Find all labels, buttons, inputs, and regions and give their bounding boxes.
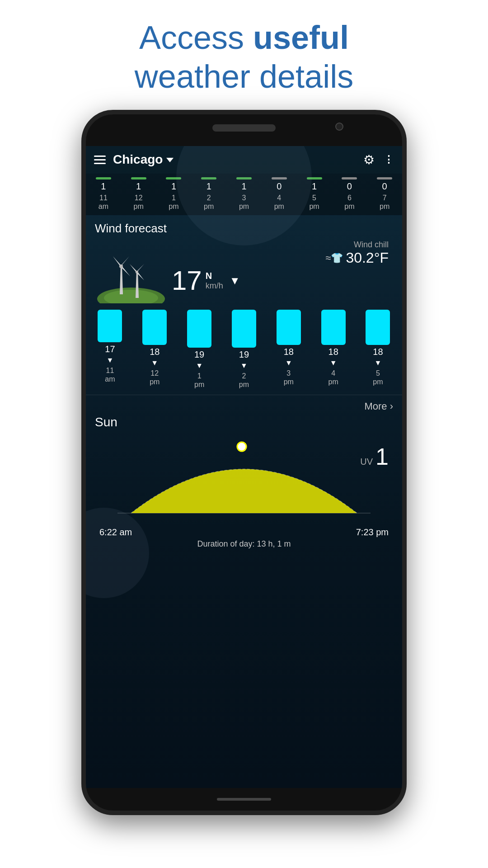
precip-bar (272, 177, 287, 179)
page-header: Access useful weather details (135, 18, 353, 96)
hourly-item: 15 pm (297, 177, 332, 211)
phone-top-bezel (86, 114, 402, 146)
uv-index-block: UV 1 (360, 443, 389, 470)
wind-bars-section: 17▼11 am18▼12 pm19▼1 pm19▼2 pm18▼3 pm18▼… (86, 310, 402, 389)
windmill-svg (95, 240, 167, 303)
sun-section: More › Sun UV 1 (86, 401, 402, 538)
hamburger-line (94, 163, 106, 164)
wind-bar-item: 18▼12 pm (142, 310, 167, 389)
hour-label: 7 pm (380, 193, 389, 211)
hour-label: 4 pm (274, 193, 284, 211)
wind-bar (187, 310, 211, 348)
wind-direction-arrow: ▼ (330, 359, 337, 367)
wind-bar-item: 17▼11 am (98, 310, 122, 389)
uv-value: 1 (375, 443, 389, 470)
wind-time-label: 11 am (105, 366, 115, 383)
wind-bar-items: 17▼11 am18▼12 pm19▼1 pm19▼2 pm18▼3 pm18▼… (88, 310, 400, 389)
precip-bar (307, 177, 322, 179)
wind-bar-item: 19▼1 pm (187, 310, 211, 389)
svg-marker-2 (120, 265, 123, 294)
hour-label: 5 pm (309, 193, 319, 211)
wind-direction-arrow: ▼ (285, 359, 292, 367)
precip-bar (236, 177, 252, 179)
hourly-item: 07 pm (367, 177, 402, 211)
svg-marker-7 (136, 271, 139, 298)
windmill-animation (95, 240, 167, 303)
section-separator (86, 395, 402, 395)
sunset-time: 7:23 pm (356, 527, 389, 538)
more-link[interactable]: More › (95, 401, 393, 412)
wind-bar (232, 310, 256, 348)
wind-time-label: 2 pm (239, 372, 249, 389)
header-line1-normal: Access (139, 19, 253, 56)
wind-direction-arrow: ▼ (196, 362, 203, 370)
hourly-item: 13 pm (226, 177, 262, 211)
wind-speed-label: 18 (328, 347, 338, 357)
wind-direction-arrow: ▼ (375, 359, 382, 367)
hour-label: 3 pm (239, 193, 249, 211)
wind-speed-label: 17 (105, 344, 115, 354)
wind-speed-label: 18 (373, 347, 383, 357)
wind-speed-block: 17 N km/h ▼ (172, 267, 240, 294)
wind-bar-item: 18▼3 pm (277, 310, 301, 389)
hour-label: 1 pm (169, 193, 178, 211)
speaker-grille (212, 124, 276, 132)
wind-chill-value-row: ≈👕 30.2°F (325, 250, 389, 266)
phone-screen: Chicago ⚙ ⋮ 111 am112 pm11 pm12 pm13 pm0… (86, 146, 402, 788)
wind-main-display: 17 N km/h ▼ Wind chill ≈👕 30.2°F (95, 240, 393, 303)
precip-value: 1 (171, 181, 176, 192)
more-options-icon[interactable]: ⋮ (384, 154, 394, 165)
wind-bar (277, 310, 301, 345)
precip-bar (377, 177, 392, 179)
hourly-items: 111 am112 pm11 pm12 pm13 pm04 pm15 pm06 … (86, 177, 402, 211)
precip-value: 0 (347, 181, 352, 192)
wind-speed-label: 18 (150, 347, 160, 357)
wind-direction-arrow: ▼ (230, 274, 240, 287)
wind-speed-label: 19 (239, 349, 249, 360)
precip-bar (96, 177, 111, 179)
wind-bar (366, 310, 390, 345)
phone-bottom-bezel (86, 788, 402, 811)
wind-bar-item: 18▼5 pm (366, 310, 390, 389)
hour-label: 11 am (99, 193, 108, 211)
hourly-item: 112 pm (121, 177, 156, 211)
sun-arc-svg (99, 434, 389, 524)
power-button[interactable] (404, 232, 407, 277)
svg-point-6 (119, 264, 123, 268)
wind-direction: N (206, 271, 212, 281)
wind-forecast-section: Wind forecast (86, 215, 402, 303)
uv-label: UV (360, 457, 373, 467)
precip-value: 1 (136, 181, 141, 192)
precip-value: 1 (101, 181, 106, 192)
precip-bar (342, 177, 357, 179)
volume-down-button[interactable] (81, 255, 84, 286)
wind-direction-arrow: ▼ (151, 359, 158, 367)
wind-time-label: 3 pm (284, 369, 294, 386)
sunrise-time: 6:22 am (99, 527, 132, 538)
precip-bar (131, 177, 146, 179)
wind-forecast-title: Wind forecast (95, 222, 393, 236)
wind-speed-label: 18 (284, 347, 294, 357)
wind-bar-item: 19▼2 pm (232, 310, 256, 389)
hourly-item: 04 pm (262, 177, 297, 211)
hourly-item: 06 pm (332, 177, 367, 211)
sun-arc-container: UV 1 6:22 am 7:23 pm Durati (99, 434, 389, 533)
hamburger-line (94, 159, 106, 160)
hour-label: 12 pm (134, 193, 144, 211)
home-indicator (217, 798, 271, 801)
hourly-precipitation-bar: 111 am112 pm11 pm12 pm13 pm04 pm15 pm06 … (86, 174, 402, 215)
app-bar: Chicago ⚙ ⋮ (86, 146, 402, 174)
wind-chill-icon: ≈👕 (325, 252, 343, 264)
city-name[interactable]: Chicago (113, 152, 174, 167)
precip-value: 0 (277, 181, 282, 192)
volume-up-button[interactable] (81, 214, 84, 245)
sun-times: 6:22 am 7:23 pm (99, 527, 389, 538)
precip-value: 1 (241, 181, 246, 192)
wind-time-label: 1 pm (194, 372, 204, 389)
hour-label: 6 pm (344, 193, 354, 211)
precip-value: 1 (312, 181, 317, 192)
settings-icon[interactable]: ⚙ (363, 152, 375, 167)
wind-speed-value: 17 (172, 267, 202, 294)
sun-section-title: Sun (95, 415, 393, 429)
menu-button[interactable] (94, 156, 106, 164)
